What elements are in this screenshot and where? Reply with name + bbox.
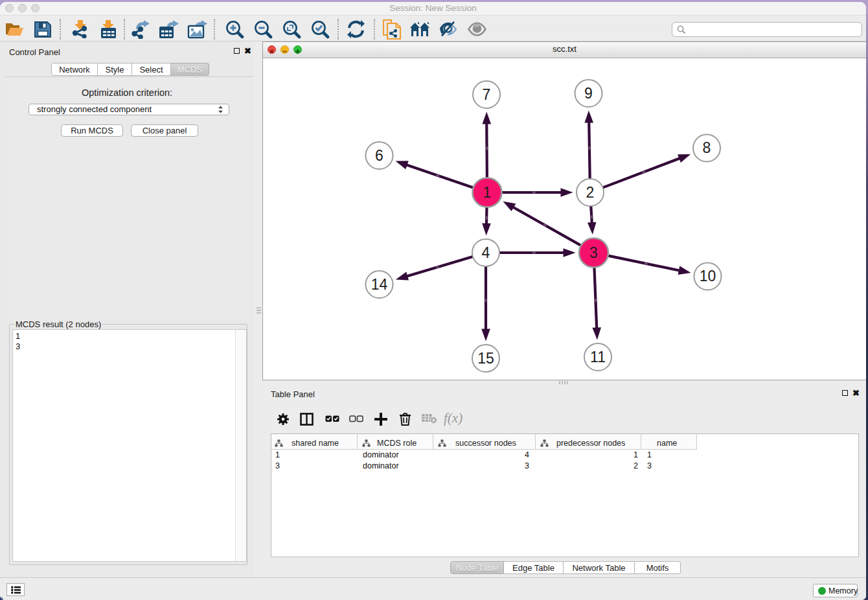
svg-text:3: 3 [589, 244, 598, 261]
svg-text:11: 11 [590, 349, 606, 365]
svg-text:4: 4 [482, 244, 490, 261]
svg-text:2: 2 [586, 184, 595, 201]
svg-text:9: 9 [584, 85, 593, 102]
svg-text:6: 6 [375, 147, 383, 164]
svg-text:10: 10 [700, 268, 716, 284]
svg-text:7: 7 [483, 86, 491, 103]
svg-text:14: 14 [371, 276, 388, 293]
svg-text:15: 15 [477, 350, 494, 367]
svg-text:1: 1 [483, 184, 492, 201]
svg-text:8: 8 [703, 139, 711, 156]
